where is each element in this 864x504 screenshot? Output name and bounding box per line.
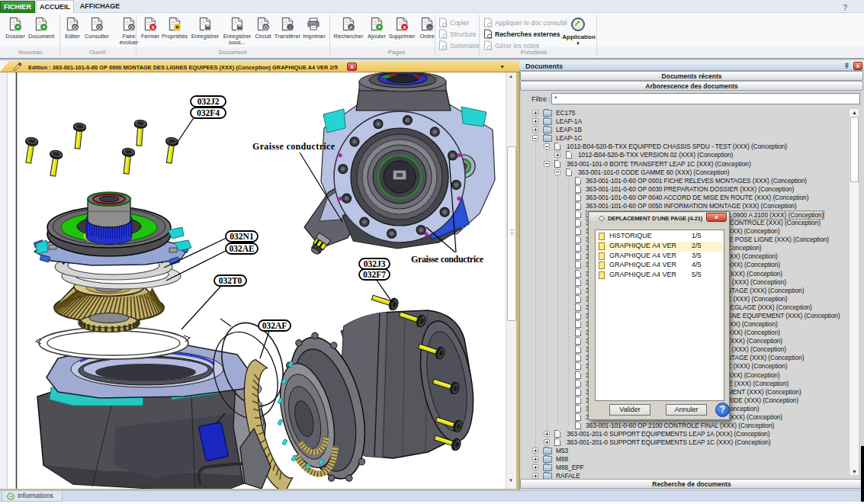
svg-text:◇: ◇ (129, 24, 134, 30)
svg-text:032J3: 032J3 (364, 259, 386, 268)
svg-text:032J2: 032J2 (198, 97, 220, 106)
svg-text:⌕: ⌕ (348, 24, 352, 30)
svg-text:◇: ◇ (72, 24, 78, 30)
svg-text:↓: ↓ (289, 24, 292, 30)
svg-text:032AE: 032AE (229, 244, 255, 253)
svg-text:+: + (42, 24, 46, 30)
svg-text:Graisse conductrice: Graisse conductrice (252, 141, 336, 152)
svg-text:◇: ◇ (263, 24, 268, 30)
svg-text:→: → (427, 24, 433, 30)
svg-text:+: + (377, 24, 381, 30)
svg-text:+: + (16, 24, 20, 30)
svg-text:032AF: 032AF (262, 321, 287, 330)
svg-text:032F7: 032F7 (363, 270, 386, 279)
svg-text:032T0: 032T0 (219, 276, 242, 285)
svg-text:Graisse conductrice: Graisse conductrice (411, 254, 484, 265)
svg-text:032N1: 032N1 (230, 232, 254, 241)
svg-text:◇: ◇ (97, 24, 102, 30)
svg-text:032F4: 032F4 (197, 108, 220, 117)
